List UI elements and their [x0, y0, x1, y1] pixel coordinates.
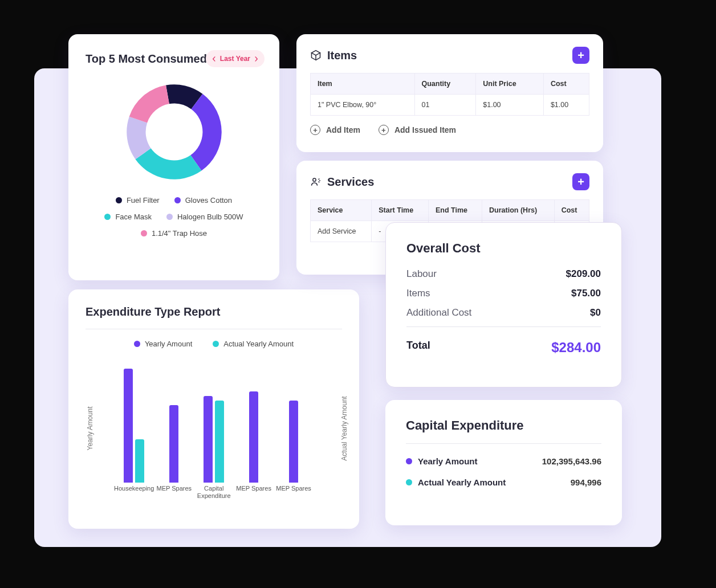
legend-item: Halogen Bulb 500W: [166, 213, 243, 221]
yearly-amount-value: 102,395,643.96: [542, 456, 601, 466]
legend-dot: [116, 197, 122, 203]
labour-label: Labour: [406, 268, 437, 280]
add-item-button[interactable]: +: [572, 47, 589, 64]
bar: [124, 369, 133, 483]
add-service-button[interactable]: +: [572, 173, 589, 190]
bar-group: [117, 369, 151, 483]
y-axis-label-right: Actual Yearly Amount: [340, 396, 348, 460]
table-header: Quantity: [414, 74, 476, 95]
actual-yearly-value: 994,996: [571, 477, 601, 487]
table-cell: 1" PVC Elbow, 90°: [311, 95, 415, 116]
chevron-right-icon: [254, 56, 259, 62]
legend-item: Face Mask: [104, 213, 152, 221]
add-issued-item-link[interactable]: + Add Issued Item: [379, 125, 456, 135]
table-cell: 01: [414, 95, 476, 116]
bar-legend: Yearly Amount Actual Yearly Amount: [86, 340, 342, 348]
bar: [249, 391, 258, 483]
donut-slice: [190, 94, 221, 171]
add-item-label: Add Item: [326, 125, 360, 134]
capital-expenditure-card: Capital Expenditure Yearly Amount 102,39…: [385, 400, 622, 525]
bar-chart: Yearly Amount Actual Yearly Amount House…: [97, 357, 331, 500]
table-header: Cost: [543, 74, 589, 95]
table-header: Item: [311, 74, 415, 95]
services-icon: [310, 176, 322, 187]
table-header: Unit Price: [476, 74, 544, 95]
bar-group: [276, 401, 311, 483]
bar-group: [237, 391, 271, 483]
x-axis-label: MEP Spares: [274, 485, 314, 500]
items-card: Items + ItemQuantityUnit PriceCost 1" PV…: [296, 34, 603, 152]
expenditure-title: Expenditure Type Report: [86, 305, 342, 318]
capital-title: Capital Expenditure: [406, 418, 601, 433]
plus-circle-icon: +: [310, 125, 320, 135]
table-header: Start Time: [372, 200, 429, 221]
bar-group: [197, 396, 231, 483]
x-axis-label: MEP Spares: [234, 485, 274, 500]
legend-label: Face Mask: [115, 213, 152, 221]
table-header: Service: [311, 200, 372, 221]
table-row: 1" PVC Elbow, 90°01$1.00$1.00: [311, 95, 589, 116]
legend-item: 1.1/4" Trap Hose: [141, 229, 207, 238]
chevron-left-icon: [211, 56, 217, 62]
bar-group: [157, 405, 191, 483]
expenditure-card: Expenditure Type Report Yearly Amount Ac…: [68, 289, 359, 529]
total-label: Total: [406, 340, 430, 356]
bar: [169, 405, 178, 483]
legend-dot: [104, 214, 111, 220]
y-axis-label: Yearly Amount: [86, 407, 94, 451]
yearly-amount-label: Yearly Amount: [418, 456, 477, 466]
period-selector[interactable]: Last Year: [206, 50, 265, 67]
add-service-cell[interactable]: Add Service: [311, 221, 372, 242]
labour-value: $209.00: [566, 268, 601, 280]
legend-dot: [406, 458, 412, 464]
x-axis-label: Capital Expenditure: [194, 485, 234, 500]
donut-legend: Fuel FilterGloves CottonFace MaskHalogen…: [86, 196, 262, 238]
overall-cost-title: Overall Cost: [406, 241, 601, 256]
bar: [204, 396, 213, 483]
items-title: Items: [327, 49, 357, 62]
legend-dot: [213, 341, 219, 347]
x-axis-label: MEP Spares: [154, 485, 194, 500]
plus-circle-icon: +: [379, 125, 389, 135]
legend-item: Gloves Cotton: [174, 196, 232, 205]
x-axis-label: Housekeeping: [114, 485, 154, 500]
items-cost-label: Items: [406, 288, 430, 299]
bar: [215, 401, 224, 483]
consumed-items-card: Top 5 Most Consumed Items Last Year Fuel…: [68, 34, 279, 280]
additional-cost-label: Additional Cost: [406, 307, 471, 318]
table-header: Duration (Hrs): [482, 200, 555, 221]
legend-yearly: Yearly Amount: [145, 340, 192, 348]
period-label: Last Year: [220, 55, 250, 63]
cube-icon: [310, 50, 322, 61]
svg-point-0: [313, 178, 316, 181]
legend-label: Gloves Cotton: [185, 196, 232, 205]
table-header: Cost: [554, 200, 589, 221]
table-cell: $1.00: [543, 95, 589, 116]
legend-dot: [174, 197, 181, 203]
donut-slice: [135, 148, 201, 179]
divider: [86, 329, 342, 329]
add-issued-label: Add Issued Item: [394, 125, 456, 134]
actual-yearly-label: Actual Yearly Amount: [418, 477, 506, 487]
donut-slice: [129, 85, 169, 123]
items-cost-value: $75.00: [571, 288, 601, 299]
legend-dot: [141, 230, 147, 236]
donut-chart: [86, 79, 262, 185]
legend-actual: Actual Yearly Amount: [223, 340, 294, 348]
divider: [406, 443, 601, 444]
legend-dot: [166, 214, 173, 220]
overall-cost-card: Overall Cost Labour$209.00 Items$75.00 A…: [385, 222, 622, 387]
items-table: ItemQuantityUnit PriceCost 1" PVC Elbow,…: [310, 73, 589, 116]
table-cell: $1.00: [476, 95, 544, 116]
legend-label: Fuel Filter: [127, 196, 160, 205]
legend-label: 1.1/4" Trap Hose: [152, 229, 207, 238]
services-title: Services: [327, 175, 374, 189]
bar: [135, 439, 144, 483]
add-item-link[interactable]: + Add Item: [310, 125, 360, 135]
bar: [289, 401, 298, 483]
total-value: $284.00: [551, 340, 601, 356]
legend-dot: [406, 479, 412, 485]
table-header: End Time: [429, 200, 482, 221]
legend-label: Halogen Bulb 500W: [177, 213, 243, 221]
legend-item: Fuel Filter: [116, 196, 160, 205]
